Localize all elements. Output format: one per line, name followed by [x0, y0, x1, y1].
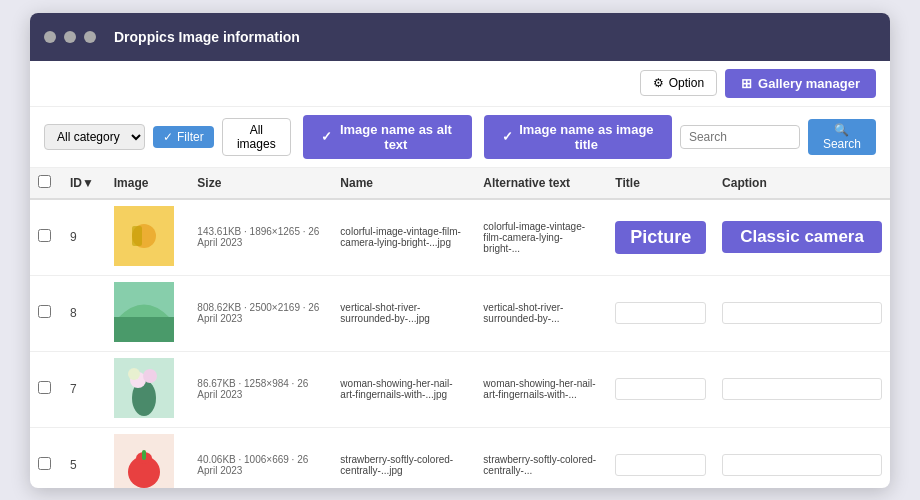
row-image	[106, 199, 190, 276]
image-table-container: ID▼ Image Size Name Alternative text Tit…	[30, 168, 890, 488]
title-cell[interactable]	[607, 351, 714, 427]
grid-icon	[741, 76, 752, 91]
option-label: Option	[669, 76, 704, 90]
window-title: Droppics Image information	[104, 23, 310, 51]
row-checkbox[interactable]	[38, 305, 51, 318]
main-window: Droppics Image information Option Galler…	[30, 13, 890, 488]
header-size: Size	[189, 168, 332, 199]
filter-check-icon	[163, 130, 173, 144]
search-icon: 🔍	[834, 123, 849, 137]
header-image: Image	[106, 168, 190, 199]
row-size: 86.67KB · 1258×984 · 26 April 2023	[189, 351, 332, 427]
option-button[interactable]: Option	[640, 70, 717, 96]
title-check-icon	[502, 129, 513, 144]
row-id: 9	[62, 199, 106, 276]
toolbar: All category Filter All images Image nam…	[30, 107, 890, 168]
row-checkbox[interactable]	[38, 229, 51, 242]
header-title: Title	[607, 168, 714, 199]
caption-cell[interactable]	[714, 351, 890, 427]
gear-icon	[653, 76, 664, 90]
title-cell[interactable]	[607, 427, 714, 488]
titlebar: Droppics Image information	[30, 13, 890, 61]
svg-rect-4	[114, 317, 174, 342]
all-images-label: All images	[237, 123, 276, 151]
row-alt: woman-showing-her-nail-art-fingernails-w…	[475, 351, 607, 427]
title-cell: Picture	[607, 199, 714, 276]
row-checkbox[interactable]	[38, 381, 51, 394]
row-name: strawberry-softly-colored-centrally-...j…	[332, 427, 475, 488]
search-label: Search	[823, 137, 861, 151]
svg-point-9	[128, 368, 140, 380]
row-checkbox-cell[interactable]	[30, 351, 62, 427]
alt-check-icon	[321, 129, 332, 144]
svg-rect-2	[132, 226, 142, 246]
table-row: 9 143.61KB · 1896×1265 · 26 April 2023 c…	[30, 199, 890, 276]
row-alt: strawberry-softly-colored-centrally-...	[475, 427, 607, 488]
svg-rect-13	[142, 450, 146, 460]
row-size: 40.06KB · 1006×669 · 26 April 2023	[189, 427, 332, 488]
all-images-button[interactable]: All images	[222, 118, 291, 156]
image-table: ID▼ Image Size Name Alternative text Tit…	[30, 168, 890, 488]
row-alt: colorful-image-vintage-film-camera-lying…	[475, 199, 607, 276]
caption-input[interactable]	[722, 302, 882, 324]
caption-value: Classic camera	[722, 221, 882, 253]
row-id: 5	[62, 427, 106, 488]
caption-cell: Classic camera	[714, 199, 890, 276]
row-size: 808.62KB · 2500×2169 · 26 April 2023	[189, 275, 332, 351]
image-title-label: Image name as image title	[519, 122, 654, 152]
caption-cell[interactable]	[714, 275, 890, 351]
table-row: 5 40.06KB · 1006×669 · 26 April 2023 str…	[30, 427, 890, 488]
gallery-manager-button[interactable]: Gallery manager	[725, 69, 876, 98]
caption-cell[interactable]	[714, 427, 890, 488]
row-id: 8	[62, 275, 106, 351]
header-caption: Caption	[714, 168, 890, 199]
select-all-checkbox[interactable]	[38, 175, 51, 188]
search-button[interactable]: 🔍 Search	[808, 119, 876, 155]
gallery-manager-label: Gallery manager	[758, 76, 860, 91]
alt-text-tab[interactable]: Image name as alt text	[303, 115, 472, 159]
row-checkbox-cell[interactable]	[30, 427, 62, 488]
table-row: 7 86.67KB · 1258×984 · 26 April 2023 wom…	[30, 351, 890, 427]
table-header-row: ID▼ Image Size Name Alternative text Tit…	[30, 168, 890, 199]
caption-input[interactable]	[722, 454, 882, 476]
caption-input[interactable]	[722, 378, 882, 400]
header-bar: Option Gallery manager	[30, 61, 890, 107]
row-size: 143.61KB · 1896×1265 · 26 April 2023	[189, 199, 332, 276]
row-image	[106, 427, 190, 488]
category-select[interactable]: All category	[44, 124, 145, 150]
dot-1	[44, 31, 56, 43]
row-image	[106, 275, 190, 351]
search-input[interactable]	[680, 125, 800, 149]
title-input[interactable]	[615, 302, 706, 324]
row-checkbox-cell[interactable]	[30, 275, 62, 351]
dot-3	[84, 31, 96, 43]
title-input[interactable]	[615, 454, 706, 476]
title-input[interactable]	[615, 378, 706, 400]
row-alt: vertical-shot-river-surrounded-by-...	[475, 275, 607, 351]
row-image	[106, 351, 190, 427]
image-title-tab[interactable]: Image name as image title	[484, 115, 672, 159]
alt-text-label: Image name as alt text	[338, 122, 454, 152]
row-name: colorful-image-vintage-film-camera-lying…	[332, 199, 475, 276]
header-name: Name	[332, 168, 475, 199]
header-id[interactable]: ID▼	[62, 168, 106, 199]
filter-label: Filter	[177, 130, 204, 144]
header-alt: Alternative text	[475, 168, 607, 199]
row-name: vertical-shot-river-surrounded-by-...jpg	[332, 275, 475, 351]
header-check[interactable]	[30, 168, 62, 199]
row-checkbox[interactable]	[38, 457, 51, 470]
row-checkbox-cell[interactable]	[30, 199, 62, 276]
row-name: woman-showing-her-nail-art-fingernails-w…	[332, 351, 475, 427]
table-row: 8 808.62KB · 2500×2169 · 26 April 2023 v…	[30, 275, 890, 351]
row-id: 7	[62, 351, 106, 427]
svg-point-8	[143, 369, 157, 383]
title-cell[interactable]	[607, 275, 714, 351]
title-value: Picture	[615, 221, 706, 254]
filter-button[interactable]: Filter	[153, 126, 214, 148]
dot-2	[64, 31, 76, 43]
